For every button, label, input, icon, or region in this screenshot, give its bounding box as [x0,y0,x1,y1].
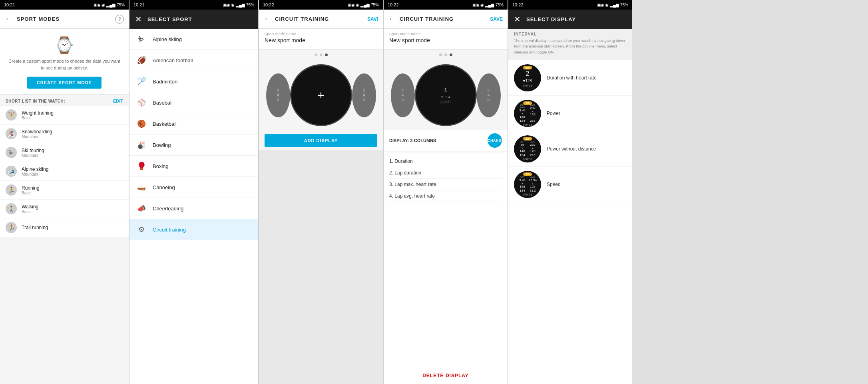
display-option-speed[interactable]: 2/6 DST 3.40 ♥ 148 AVG 29.3n ▲ [508,167,632,202]
save-button-3[interactable]: SAVI [367,16,378,22]
display-option-power-nodist[interactable]: 2/6 DST 89 ♥ 148 AVG 232 ▲ 12 [508,131,632,167]
sport-sub: Basic [22,116,54,120]
boxing-label: Boxing [153,163,169,169]
sport-option-boxing[interactable]: 🥊 Boxing [129,156,258,177]
sport-option-circuit-training[interactable]: ⚙ Circuit training [129,219,258,240]
help-button[interactable]: ? [115,15,124,24]
hero-section: ⌚ Create a custom sport mode to choose t… [0,29,129,95]
status-bar-2: 10:21 ▣◉ ◉ ▂▄▆ 75% [129,0,258,10]
sport-name-field-3: Sport mode name New sport mode [259,29,383,49]
sport-name: Running [22,185,40,191]
option-label-1: Duration with heart rate [547,75,597,81]
status-icons-5: ▣◉ ◉ ▂▄▆ 75% [597,3,628,7]
status-icons-4: ▣◉ ◉ ▂▄▆ 75% [472,3,504,7]
display-option-power[interactable]: 2/6 DST AVG 3.40 ♥ 148 AVG 232 ▲ [508,96,632,131]
list-item[interactable]: ⛷ Ski touring Mountain [0,143,129,162]
create-sport-mode-button[interactable]: CREATE SPORT MODE [27,77,102,89]
badge-2: 2/6 [523,101,532,105]
sport-sub: Basic [22,210,38,214]
boxing-icon: 🥊 [136,160,147,172]
sport-option-american-football[interactable]: 🏈 American football [129,50,258,71]
close-button-5[interactable]: ✕ [514,14,521,24]
display-label: DISPLAY: 3 COLUMNS [389,138,436,143]
field-value-4[interactable]: New sport mode [389,37,502,45]
delete-display-button[interactable]: DELETE DISPLAY [384,367,508,384]
add-display-button[interactable]: ADD DISPLAY [265,134,377,147]
top-bar-3: ← CIRCUIT TRAINING SAVI [259,10,383,29]
alpine-icon: ⛷ [136,34,147,45]
back-button-3[interactable]: ← [264,15,271,23]
display-item-1[interactable]: 1. Duration [389,156,502,167]
display-items-list: 1. Duration 2. Lap duration 3. Lap max. … [384,152,508,367]
sport-name: Ski touring [22,148,44,153]
select-display-title: SELECT DISPLAY [526,16,576,22]
list-item[interactable]: 🏋 Weight training Basic [0,106,129,125]
display-item-3[interactable]: 3. Lap max. heart rate [389,179,502,190]
sport-option-badminton[interactable]: 🏸 Badminton [129,71,258,92]
sport-option-canoeing[interactable]: 🛶 Canoeing [129,177,258,198]
field-label-4: Sport mode name [389,32,502,36]
sport-option-cheerleading[interactable]: 📣 Cheerleading [129,198,258,219]
badminton-label: Badminton [153,79,177,85]
close-button[interactable]: ✕ [135,14,142,24]
alpine-label: Alpine skiing [153,36,182,42]
option-label-4: Speed [547,182,561,187]
sport-name: Snowboarding [22,129,52,135]
top-bar-1: ← SPORT MODES ? [0,10,129,29]
list-item[interactable]: 🏃 Trail running [0,218,129,237]
field-value-3[interactable]: New sport mode [265,37,377,45]
sport-name: Trail running [22,225,48,230]
field-label-3: Sport mode name [265,32,377,36]
interval-label: INTERVAL [514,32,627,36]
top-bar-2: ✕ SELECT SPORT [129,10,258,29]
circuit-title-4: CIRCUIT TRAINING [400,16,490,22]
status-time-3: 10:22 [263,2,274,7]
option-label-2: Power [547,111,560,116]
display-item-4[interactable]: 4. Lap avg. heart rate [389,190,502,202]
display-config-row: DISPLAY: 3 COLUMNS CHANGE [384,130,508,151]
canoeing-label: Canoeing [153,184,175,190]
plus-icon: + [317,89,325,102]
football-icon: 🏈 [136,55,147,66]
sport-name: Weight training [22,110,54,116]
save-button-4[interactable]: SAVE [490,16,503,22]
sport-option-basketball[interactable]: 🏀 Basketball [129,113,258,135]
watch-right-4: 2 4 5 [477,73,501,117]
panel-circuit-columns: 10:22 ▣◉ ◉ ▂▄▆ 75% ← CIRCUIT TRAINING SA… [384,0,508,384]
short-list-header: SHORT LIST IN THE WATCH: EDIT [0,95,129,106]
display-options-list: 2/6 2 ▾128 0:04'38 Duration with heart r… [508,60,632,384]
change-button[interactable]: CHANGE [488,133,502,148]
sport-icon-trail: 🏃 [6,222,17,233]
display-item-2[interactable]: 2. Lap duration [389,167,502,179]
watch-thumb-1: 2/6 2 ▾128 0:04'38 [514,64,541,91]
list-item[interactable]: 🚶 Walking Basic [0,200,129,218]
panel-select-display: 10:22 ▣◉ ◉ ▂▄▆ 75% ✕ SELECT DISPLAY INTE… [508,0,632,384]
sport-option-bowling[interactable]: 🎳 Bowling [129,135,258,156]
baseball-icon: ⚾ [136,97,147,108]
sport-name: Walking [22,204,38,210]
badge-3: 2/6 [523,137,532,141]
dot-4-2 [444,53,447,56]
bowling-label: Bowling [153,142,171,148]
list-item[interactable]: 🏃 Running Basic [0,181,129,200]
panel-circuit-add: 10:22 ▣◉ ◉ ▂▄▆ 75% ← CIRCUIT TRAINING SA… [259,0,383,384]
interval-description: The interval display is activated on you… [514,38,627,58]
dot-4-1 [439,53,442,56]
back-button-1[interactable]: ← [5,15,12,23]
display-option-duration-hr[interactable]: 2/6 2 ▾128 0:04'38 Duration with heart r… [508,60,632,96]
watch-thumb-3: 2/6 DST 89 ♥ 148 AVG 232 ▲ 12 [514,135,541,162]
sport-icon-run: 🏃 [6,184,17,196]
football-label: American football [153,57,193,63]
status-bar-3: 10:22 ▣◉ ◉ ▂▄▆ 75% [259,0,383,10]
list-item[interactable]: 🎿 Alpine skiing Mountain [0,162,129,181]
sport-option-alpine[interactable]: ⛷ Alpine skiing [129,29,258,50]
back-button-4[interactable]: ← [388,15,396,23]
page-dots-3 [259,49,383,60]
edit-button[interactable]: EDIT [113,99,123,103]
sport-icon-ski: ⛷ [6,147,17,158]
dot-4-3 [450,53,452,56]
sport-option-baseball[interactable]: ⚾ Baseball [129,92,258,113]
top-bar-5: ✕ SELECT DISPLAY [508,10,632,29]
list-item[interactable]: 🏂 Snowboarding Mountain [0,125,129,143]
basketball-label: Basketball [153,121,177,127]
